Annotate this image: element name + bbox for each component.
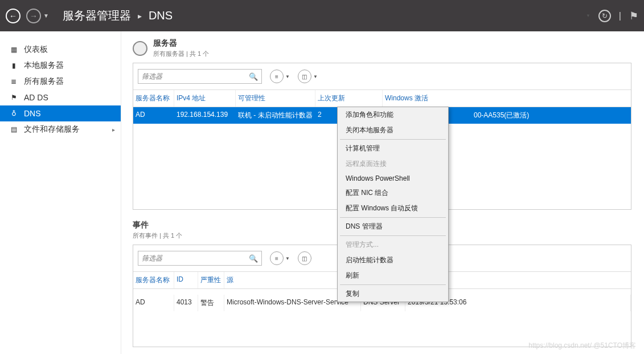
col-ev-id[interactable]: ID (174, 272, 198, 288)
sidebar-item-dns[interactable]: ♁ DNS (0, 105, 121, 121)
cell-ev-sev: 警告 (198, 295, 224, 311)
cell-name: AD (133, 107, 174, 124)
sidebar-item-label: 文件和存储服务 (24, 124, 80, 135)
events-view-dropdown[interactable]: ≡▼ (270, 251, 290, 265)
files-icon: ▤ (9, 125, 18, 134)
dashboard-icon: ▦ (9, 45, 18, 54)
context-menu-item[interactable]: 关闭本地服务器 (338, 123, 448, 138)
back-button[interactable]: ← (6, 9, 20, 23)
servers-view-dropdown[interactable]: ≡▼ (270, 70, 290, 83)
forward-button[interactable]: → (26, 9, 41, 23)
context-menu: 添加角色和功能关闭本地服务器计算机管理远程桌面连接Windows PowerSh… (337, 107, 449, 302)
context-menu-separator (340, 284, 446, 285)
sidebar-item-label: AD DS (24, 93, 48, 102)
servers-filter-input[interactable] (142, 72, 239, 80)
context-menu-item[interactable]: DNS 管理器 (338, 219, 448, 234)
sidebar-item-all-servers[interactable]: ≣ 所有服务器 (0, 74, 121, 89)
context-menu-item: 管理方式... (338, 237, 448, 253)
context-menu-separator (340, 235, 446, 236)
cell-ev-id: 4013 (174, 295, 198, 311)
servers-panel-header: 服务器 所有服务器 | 共 1 个 (121, 38, 644, 58)
chevron-right-icon: ▸ (112, 127, 115, 133)
header-menu-dropdown-icon[interactable]: ▼ (586, 13, 590, 18)
search-icon[interactable]: 🔍 (249, 72, 258, 81)
cell-ev-name: AD (133, 295, 174, 311)
cell-ipv4: 192.168.154.139 (174, 107, 236, 124)
breadcrumb: 服务器管理器 ▸ DNS (63, 8, 173, 23)
context-menu-item[interactable]: Windows PowerShell (338, 172, 448, 185)
sidebar-item-label: 本地服务器 (24, 60, 64, 71)
sidebar-item-local-server[interactable]: ▮ 本地服务器 (0, 58, 121, 74)
sidebar-item-label: 所有服务器 (24, 76, 64, 87)
list-view-icon: ≡ (270, 70, 284, 83)
context-menu-item[interactable]: 启动性能计数器 (338, 253, 448, 268)
context-menu-item[interactable]: 配置 Windows 自动反馈 (338, 201, 448, 216)
context-menu-item[interactable]: 计算机管理 (338, 141, 448, 156)
events-filter-input[interactable] (142, 254, 239, 262)
servers-icon: ≣ (9, 77, 18, 86)
events-columns-dropdown[interactable]: ◫ (298, 251, 311, 265)
col-activation[interactable]: Windows 激活 (383, 90, 631, 107)
context-menu-separator (340, 217, 446, 218)
list-view-icon: ≡ (270, 251, 284, 265)
adds-icon: ⚑ (9, 93, 18, 102)
sidebar-item-adds[interactable]: ⚑ AD DS (0, 89, 121, 105)
col-ev-server[interactable]: 服务器名称 (133, 272, 174, 288)
col-last-update[interactable]: 上次更新 (315, 90, 383, 107)
col-manage[interactable]: 可管理性 (236, 90, 315, 107)
servers-columns-dropdown[interactable]: ◫▼ (298, 70, 318, 83)
sidebar-item-file-storage[interactable]: ▤ 文件和存储服务 ▸ (0, 121, 121, 137)
chevron-down-icon: ▼ (285, 74, 290, 79)
breadcrumb-root[interactable]: 服务器管理器 (63, 8, 131, 23)
context-menu-item[interactable]: 添加角色和功能 (338, 107, 448, 123)
servers-filter-box[interactable]: 🔍 (138, 69, 262, 84)
context-menu-separator (340, 139, 446, 140)
col-server-name[interactable]: 服务器名称 (133, 90, 174, 107)
servers-subtitle: 所有服务器 | 共 1 个 (153, 50, 209, 58)
chevron-down-icon: ▼ (285, 256, 290, 261)
columns-icon: ◫ (298, 251, 311, 265)
breadcrumb-sep-icon: ▸ (138, 11, 142, 21)
title-bar: ← → ▼ 服务器管理器 ▸ DNS ▼ ↻ | ⚑ (0, 0, 644, 31)
events-filter-box[interactable]: 🔍 (138, 251, 262, 266)
context-menu-item[interactable]: 刷新 (338, 268, 448, 283)
dns-icon: ♁ (9, 109, 18, 118)
cell-manage: 联机 - 未启动性能计数器 (236, 107, 315, 124)
flag-icon[interactable]: ⚑ (629, 10, 638, 22)
context-menu-item: 远程桌面连接 (338, 156, 448, 172)
search-icon[interactable]: 🔍 (249, 254, 258, 263)
col-ev-sev[interactable]: 严重性 (198, 272, 224, 288)
context-menu-item[interactable]: 复制 (338, 286, 448, 302)
globe-icon (133, 41, 147, 56)
server-icon: ▮ (9, 61, 18, 70)
servers-toolbar: 🔍 ≡▼ ◫▼ (133, 69, 631, 89)
sidebar-item-label: DNS (24, 109, 41, 118)
context-menu-item[interactable]: 配置 NIC 组合 (338, 185, 448, 201)
divider-icon: | (619, 11, 621, 21)
refresh-button[interactable]: ↻ (598, 10, 611, 22)
watermark: https://blog.csdn.net/ @51CTO博客 (528, 341, 636, 351)
servers-grid-header: 服务器名称 IPv4 地址 可管理性 上次更新 Windows 激活 (133, 89, 631, 107)
col-ipv4[interactable]: IPv4 地址 (174, 90, 236, 107)
columns-icon: ◫ (298, 70, 311, 83)
sidebar-item-dashboard[interactable]: ▦ 仪表板 (0, 42, 121, 58)
nav-history-dropdown[interactable]: ▼ (43, 13, 49, 19)
breadcrumb-page[interactable]: DNS (149, 9, 173, 22)
sidebar: ▦ 仪表板 ▮ 本地服务器 ≣ 所有服务器 ⚑ AD DS ♁ DNS ▤ 文件… (0, 31, 121, 354)
chevron-down-icon: ▼ (313, 74, 318, 79)
sidebar-item-label: 仪表板 (24, 44, 48, 55)
servers-title: 服务器 (153, 38, 209, 48)
